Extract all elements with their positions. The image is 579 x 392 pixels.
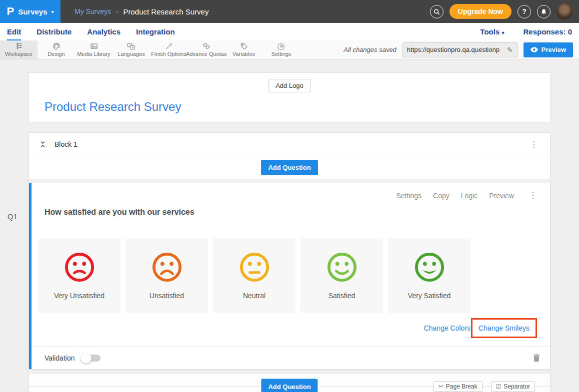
unsatisfied-face-icon: [152, 252, 182, 283]
block-kebab-menu[interactable]: ⋮: [526, 139, 541, 150]
toolbar-item-advance-quotas[interactable]: Advance Quotas: [188, 40, 225, 59]
question-actions: Settings Copy Logic Preview ⋮: [32, 190, 550, 201]
toolbar-item-media-library[interactable]: Media Library: [75, 40, 112, 59]
smiley-option-neutral[interactable]: Neutral: [213, 238, 296, 313]
toolbar-item-label: Finish Options: [151, 51, 186, 57]
user-avatar[interactable]: [556, 3, 572, 19]
toolbar-item-label: Design: [48, 51, 64, 57]
breadcrumb: My Surveys › Product Research Survey: [74, 7, 208, 16]
breadcrumb-current-survey: Product Research Survey: [123, 7, 208, 16]
trash-icon: [533, 354, 540, 362]
toolbar-item-label: Advance Quotas: [186, 51, 226, 57]
survey-header-card: Add Logo Product Research Survey: [28, 72, 550, 122]
toolbar-item-finish-options[interactable]: Finish Options: [150, 40, 188, 59]
toolbar-item-label: Media Library: [77, 51, 110, 57]
validation-toggle[interactable]: [82, 355, 100, 362]
question-number-label: Q1: [8, 212, 18, 221]
smiley-option-label: Satisfied: [328, 292, 356, 300]
top-bar: P Surveys ▾ My Surveys › Product Researc…: [0, 0, 579, 23]
save-status-text: All changes saved: [344, 46, 396, 53]
question-preview-link[interactable]: Preview: [489, 192, 514, 200]
delete-question-button[interactable]: [533, 354, 540, 362]
smiley-option-label: Neutral: [243, 292, 266, 300]
chain-link-icon: [202, 42, 210, 50]
section-nav: Edit Distribute Analytics Integration To…: [0, 23, 579, 40]
toggle-knob: [80, 353, 92, 364]
separator-button[interactable]: ☑ Separator: [491, 381, 535, 392]
gear-icon: [278, 42, 286, 50]
question-text-row: How satisfied are you with our services: [44, 208, 532, 225]
tab-distribute[interactable]: Distribute: [36, 23, 72, 40]
chevron-down-icon: ▾: [502, 30, 504, 35]
block-title[interactable]: Block 1: [54, 140, 78, 148]
smiley-option-very-unsatisfied[interactable]: Very Unsatisfied: [38, 238, 120, 313]
question-logic-link[interactable]: Logic: [461, 192, 478, 200]
tag-icon: [240, 42, 248, 50]
survey-title[interactable]: Product Research Survey: [44, 100, 181, 114]
image-icon: [90, 42, 98, 50]
smiley-links-row: Change Colors Change Smileys: [32, 317, 537, 339]
toolbar-item-languages[interactable]: xA Languages: [112, 40, 150, 59]
block-card: Block 1 ⋮ Add Question Q1 Settings Copy …: [28, 132, 550, 392]
tools-menu[interactable]: Tools ▾: [480, 27, 504, 36]
survey-url-input[interactable]: [403, 46, 503, 53]
toolbar-item-label: Variables: [232, 51, 255, 57]
notifications-button[interactable]: [537, 5, 550, 18]
preview-button[interactable]: Preview: [524, 42, 573, 57]
help-button[interactable]: ?: [518, 5, 531, 18]
toolbar-item-variables[interactable]: Variables: [225, 40, 262, 59]
toolbar-item-workspace[interactable]: Workspace: [0, 40, 38, 59]
add-logo-button[interactable]: Add Logo: [268, 79, 310, 92]
responses-count: Responses: 0: [523, 27, 572, 36]
smiley-option-unsatisfied[interactable]: Unsatisfied: [126, 238, 208, 313]
collapse-chevrons-icon: [40, 140, 46, 148]
tab-analytics[interactable]: Analytics: [87, 23, 120, 40]
add-question-button-bottom[interactable]: Add Question: [261, 379, 318, 392]
svg-text:x: x: [129, 43, 130, 46]
change-colors-link[interactable]: Change Colors: [424, 324, 470, 332]
neutral-face-icon: [239, 252, 270, 283]
translate-icon: xA: [127, 42, 136, 50]
topbar-actions: Upgrade Now ?: [430, 3, 579, 19]
chevron-down-icon: ▾: [52, 9, 54, 14]
product-switcher[interactable]: P Surveys ▾: [0, 0, 60, 23]
validation-row: Validation: [32, 346, 550, 369]
change-smileys-link[interactable]: Change Smileys: [478, 324, 530, 332]
smiley-option-very-satisfied[interactable]: Very Satisfied: [388, 238, 470, 313]
add-question-button-top[interactable]: Add Question: [261, 160, 318, 175]
question-copy-link[interactable]: Copy: [433, 192, 450, 200]
separator-checkbox-icon: ☑: [496, 383, 502, 390]
add-question-row-top: Add Question: [29, 156, 550, 179]
tab-integration[interactable]: Integration: [136, 23, 175, 40]
bell-icon: [540, 8, 547, 15]
question-text[interactable]: How satisfied are you with our services: [44, 208, 194, 216]
nav-right: Tools ▾ Responses: 0: [480, 27, 572, 36]
search-icon: [434, 8, 440, 15]
upgrade-now-button[interactable]: Upgrade Now: [450, 4, 512, 19]
toolbar-item-settings[interactable]: Settings: [262, 40, 300, 59]
toolbar-item-design[interactable]: Design: [38, 40, 75, 59]
collapse-block-button[interactable]: [40, 140, 46, 148]
page-break-icon: ✂: [438, 383, 444, 390]
page-break-button[interactable]: ✂ Page Break: [434, 381, 482, 392]
edit-url-pencil-icon[interactable]: ✎: [503, 46, 517, 54]
very-satisfied-face-icon: [414, 252, 445, 283]
main-content: Add Logo Product Research Survey Block 1…: [0, 59, 579, 392]
product-menu-label: Surveys: [18, 7, 47, 16]
block-footer: Add Question ✂ Page Break ☑ Separator: [29, 374, 550, 392]
question-settings-link[interactable]: Settings: [396, 192, 422, 200]
highlight-box: Change Smileys: [471, 318, 537, 338]
question-card: Q1 Settings Copy Logic Preview ⋮ How sat…: [29, 183, 550, 369]
tab-edit[interactable]: Edit: [7, 23, 21, 40]
breadcrumb-my-surveys[interactable]: My Surveys: [74, 7, 111, 15]
very-unsatisfied-face-icon: [64, 252, 95, 283]
toolbar-item-label: Languages: [118, 51, 144, 57]
workspace-icon: [15, 42, 23, 50]
toolbar-item-label: Workspace: [5, 51, 32, 57]
footer-right-buttons: ✂ Page Break ☑ Separator: [434, 381, 535, 392]
search-button[interactable]: [430, 5, 444, 18]
question-kebab-menu[interactable]: ⋮: [526, 190, 540, 201]
svg-text:A: A: [132, 46, 134, 49]
smiley-option-satisfied[interactable]: Satisfied: [300, 238, 383, 313]
toolbar-right: All changes saved ✎ Preview: [344, 40, 579, 59]
